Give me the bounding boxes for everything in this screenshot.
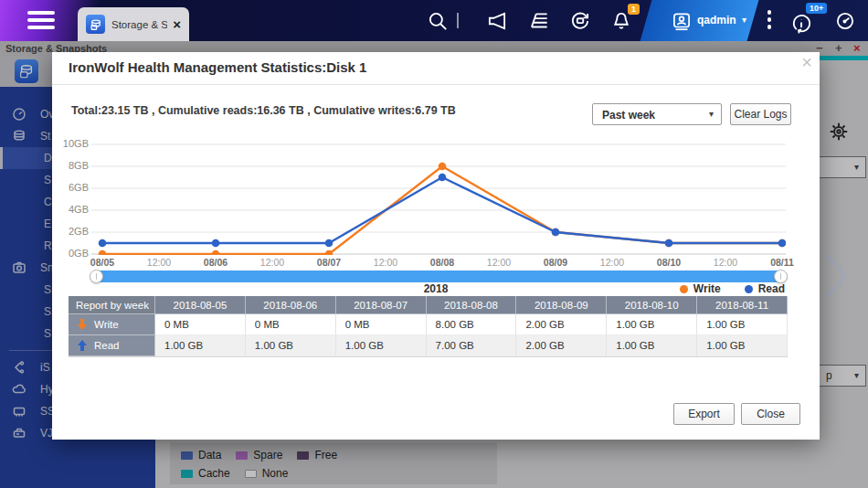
sync-status-icon[interactable] (568, 9, 592, 33)
data-point-read (552, 228, 560, 237)
megaphone-icon[interactable] (485, 9, 509, 33)
table-cell: 2.00 GB (516, 314, 607, 335)
row-label-text: Write (94, 314, 119, 335)
table-cell: 1.00 GB (607, 314, 697, 335)
dialog-close-icon[interactable]: × (801, 52, 812, 73)
dialog-title: IronWolf Health Management Statistics:Di… (69, 59, 366, 75)
line-chart (91, 139, 786, 255)
data-point-read (325, 239, 333, 248)
x-axis-label: 08/08 (430, 257, 454, 268)
y-axis-label: 10GB (59, 138, 89, 149)
data-point-read (212, 239, 220, 248)
background-tasks-icon[interactable] (527, 9, 551, 33)
legend-label: Read (758, 282, 785, 295)
ironwolf-statistics-dialog: IronWolf Health Management Statistics:Di… (52, 52, 820, 440)
main-menu-icon[interactable] (27, 11, 55, 30)
x-axis-label: 12:00 (600, 257, 624, 268)
user-avatar-icon[interactable] (670, 9, 693, 33)
y-axis-label: 6GB (59, 182, 89, 193)
period-select[interactable]: Past week ▾ (592, 103, 722, 125)
x-axis-label: 12:00 (260, 257, 284, 268)
x-axis-labels: 08/0512:0008/0612:0008/0712:0008/0812:00… (91, 257, 786, 270)
table-cell: 1.00 GB (697, 314, 788, 335)
table-date-header: 2018-08-06 (246, 296, 336, 314)
close-button[interactable]: Close (741, 403, 800, 425)
more-options-icon[interactable] (766, 10, 773, 32)
x-axis-label: 12:00 (147, 257, 171, 268)
x-axis-label: 08/10 (657, 257, 681, 268)
row-label-text: Read (94, 335, 120, 356)
legend-label: Write (693, 282, 721, 295)
y-axis-label: 2GB (59, 226, 89, 237)
table-row-label-write: Write (69, 314, 155, 335)
x-axis-label: 12:00 (714, 257, 737, 268)
resource-monitor-icon[interactable] (789, 11, 813, 35)
tab-close-icon[interactable]: × (173, 17, 181, 31)
table-cell: 1.00 GB (155, 335, 246, 356)
table-cell: 1.00 GB (336, 335, 427, 356)
table-cell: 1.00 GB (607, 335, 697, 356)
storage-app-icon (86, 15, 105, 34)
x-axis-label: 08/11 (770, 257, 794, 268)
x-axis-label: 08/05 (90, 257, 114, 268)
table-cell: 1.00 GB (246, 335, 336, 356)
statistics-summary: Total:23.15 TB , Cumulative reads:16.36 … (71, 104, 456, 117)
table-cell: 8.00 GB (427, 314, 517, 335)
table-date-header: 2018-08-07 (336, 296, 427, 314)
topbar-divider (457, 13, 459, 28)
x-axis-label: 08/07 (317, 257, 341, 268)
table-cell: 0 MB (246, 314, 336, 335)
data-point-read (665, 239, 673, 248)
table-cell: 7.00 GB (427, 335, 517, 356)
weekly-report-table: Report by week2018-08-052018-08-062018-0… (69, 296, 788, 357)
data-point-read (778, 239, 786, 248)
desktop-topbar: Storage & S... × 1 qadmin ▾ (0, 0, 868, 41)
tab-storage-snapshots[interactable]: Storage & S... × (78, 7, 189, 41)
clear-logs-button[interactable]: Clear Logs (730, 103, 791, 125)
table-date-header: 2018-08-05 (155, 296, 246, 314)
arrow-down-icon (78, 319, 87, 330)
legend-item-read: Read (745, 282, 785, 295)
chart-legend: WriteRead (656, 282, 785, 295)
table-cell: 2.00 GB (516, 335, 607, 356)
table-date-header: 2018-08-11 (697, 296, 788, 314)
user-caret-icon: ▾ (742, 15, 746, 25)
scrollbar-left-handle[interactable] (90, 270, 103, 283)
notification-badge: 1 (628, 4, 640, 15)
table-corner-header: Report by week (69, 296, 155, 314)
table-cell: 1.00 GB (697, 335, 788, 356)
x-axis-label: 08/06 (204, 257, 228, 268)
table-cell: 0 MB (155, 314, 246, 335)
dashboard-gauge-icon[interactable] (833, 9, 857, 33)
table-date-header: 2018-08-08 (427, 296, 517, 314)
legend-dot-icon (680, 285, 688, 293)
scrollbar-right-handle[interactable] (774, 270, 788, 283)
y-axis-label: 4GB (59, 204, 89, 215)
search-icon[interactable] (426, 9, 450, 33)
data-point-read (99, 239, 107, 248)
resource-badge: 10+ (806, 3, 827, 14)
chevron-down-icon: ▾ (709, 109, 714, 119)
table-row-label-read: Read (69, 335, 155, 356)
table-date-header: 2018-08-09 (516, 296, 607, 314)
legend-item-write: Write (680, 282, 721, 295)
data-point-write (439, 163, 447, 171)
x-axis-label: 08/09 (544, 257, 567, 268)
export-button[interactable]: Export (673, 403, 735, 425)
desktop: OvStDSCERSnSSSiSHySSVJ ▾ p ▾ DataSpareFr… (0, 0, 868, 488)
x-axis-label: 12:00 (487, 257, 511, 268)
chart-scrollbar-track[interactable] (91, 271, 786, 282)
arrow-up-icon (78, 340, 87, 351)
dialog-separator (52, 84, 820, 85)
table-cell: 0 MB (336, 314, 427, 335)
table-date-header: 2018-08-10 (607, 296, 697, 314)
data-point-write (99, 250, 107, 255)
data-point-write (212, 250, 220, 255)
x-axis-label: 12:00 (374, 257, 397, 268)
y-axis-label: 0GB (59, 248, 89, 259)
legend-dot-icon (745, 285, 753, 293)
data-point-read (439, 174, 447, 182)
y-axis-label: 8GB (59, 160, 89, 171)
tab-label: Storage & S... (111, 19, 167, 30)
user-name[interactable]: qadmin (697, 14, 736, 27)
